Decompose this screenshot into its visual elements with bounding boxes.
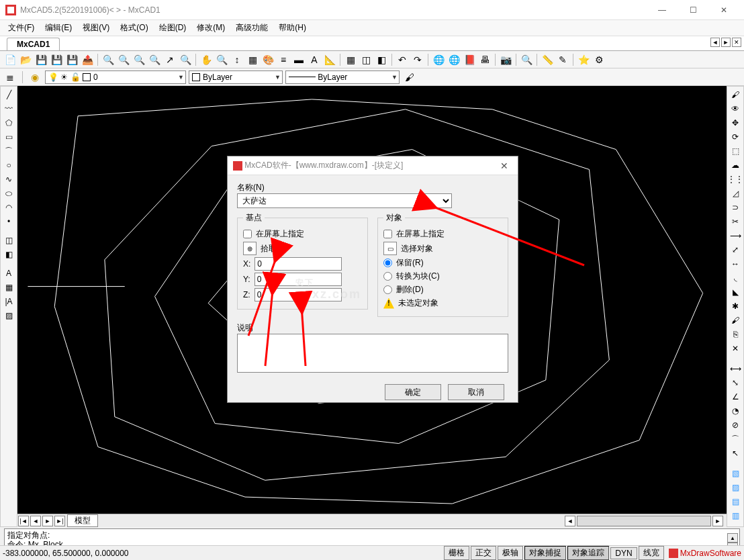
stretch-icon[interactable]: ↔ [728,257,743,271]
extend-icon[interactable]: ⟶ [728,229,743,242]
toggle-lw[interactable]: 线宽 [639,546,664,560]
textstyle-icon[interactable]: A [307,52,322,67]
explode-icon[interactable]: ✱ [728,299,743,313]
menu-modify[interactable]: 修改(M) [193,21,229,35]
color-combo[interactable]: ByLayer ▼ [189,71,283,84]
toggle-osnap[interactable]: 对象捕捉 [524,546,566,560]
obj-onscreen-checkbox[interactable] [383,230,392,238]
text-icon[interactable]: A [1,267,16,280]
new-icon[interactable]: 📄 [3,52,17,67]
toggle-otrack[interactable]: 对象追踪 [567,546,609,560]
dimstyle-icon[interactable]: 📐 [322,52,337,67]
dialog-close-icon[interactable]: ✕ [496,159,512,173]
insert-block-icon[interactable]: ◫ [1,234,16,247]
dim-linear-icon[interactable]: ⟷ [728,362,743,375]
regen-icon[interactable]: ↕ [230,52,244,67]
hatch2-icon[interactable]: ▨ [1,309,16,322]
dim-dia-icon[interactable]: ⊘ [728,418,743,432]
saveas-icon[interactable]: 💾 [49,52,64,67]
tab-close-icon[interactable]: ✕ [732,38,741,47]
minimize-button[interactable]: — [647,1,677,19]
toggle-polar[interactable]: 极轴 [498,546,523,560]
dim-aligned-icon[interactable]: ⤡ [728,376,743,389]
redo-icon[interactable]: ↷ [410,52,425,67]
tab-last-icon[interactable]: ►| [54,516,65,526]
zoom-extents-icon[interactable]: ↗ [162,52,177,67]
doc-tab-active[interactable]: MxCAD1 [7,38,60,50]
pdf-icon[interactable]: 📕 [462,52,477,67]
layer-state-icon[interactable]: ◉ [28,70,42,85]
layer-combo[interactable]: 💡 ☀ 🔓 0 ▼ [45,71,186,84]
tab-first-icon[interactable]: |◄ [18,516,29,526]
block-icon[interactable]: ◫ [359,52,373,67]
description-textarea[interactable] [237,334,508,373]
x-input[interactable] [254,257,342,271]
dim-radius-icon[interactable]: ◔ [728,404,743,418]
print-icon[interactable]: 🖶 [477,52,492,67]
fillet-icon[interactable]: ◟ [728,271,743,285]
tab-scroll-right-icon[interactable]: ► [721,38,731,47]
ellipse-icon[interactable]: ⬭ [1,187,16,200]
measure-icon[interactable]: 📏 [540,52,555,67]
select-objects-icon[interactable]: ▭ [383,242,397,255]
line-icon[interactable]: ╱ [1,88,16,101]
toggle-ortho[interactable]: 正交 [471,546,496,560]
tab-scroll-left-icon[interactable]: ◄ [710,38,720,47]
polygon-icon[interactable]: ⬠ [1,116,16,130]
edit-icon[interactable]: ✎ [555,52,570,67]
delete-radio[interactable] [383,285,392,294]
leader-icon[interactable]: ↖ [728,447,743,460]
circle-icon[interactable]: ○ [1,158,16,172]
toggle-grid[interactable]: 栅格 [444,546,469,560]
cmd-scroll-up-icon[interactable]: ▲ [727,533,738,543]
layer1-icon[interactable]: ▧ [728,467,743,480]
paint2-icon[interactable]: 🖌 [728,314,743,327]
mtext-icon[interactable]: |A [1,295,16,308]
zoomin-icon[interactable]: 🔍 [116,52,131,67]
paint-icon[interactable]: 🖌 [728,88,743,101]
layers-icon[interactable]: ≣ [3,70,17,85]
web-icon[interactable]: 🌐 [431,52,446,67]
make-block-icon[interactable]: ◧ [1,248,16,261]
hscroll-right-icon[interactable]: ► [712,516,723,526]
menu-format[interactable]: 格式(O) [116,21,152,35]
table-icon[interactable]: ▦ [1,281,16,294]
hscroll-left-icon[interactable]: ◄ [565,516,575,526]
arc-icon[interactable]: ⌒ [1,144,16,158]
toggle-dyn[interactable]: DYN [610,547,637,559]
color-icon[interactable]: 🎨 [261,52,275,67]
scale-icon[interactable]: ⤢ [728,243,743,256]
zoomout-icon[interactable]: 🔍 [132,52,146,67]
ok-button[interactable]: 确定 [385,384,441,400]
save-icon[interactable]: 💾 [34,52,48,67]
trim-icon[interactable]: ✂ [728,215,743,228]
menu-view[interactable]: 视图(V) [79,21,113,35]
keep-radio[interactable] [383,259,392,267]
zoom-realtime-icon[interactable]: 🔍 [178,52,193,67]
pan-icon[interactable]: ✋ [199,52,214,67]
saveall-icon[interactable]: 💾 [64,52,79,67]
model-tab[interactable]: 模型 [67,514,98,527]
hatch-icon[interactable]: ▦ [343,52,358,67]
settings-icon[interactable]: ⚙ [592,52,606,67]
dim-arc-icon[interactable]: ⌒ [728,432,743,446]
dialog-titlebar[interactable]: MxCAD软件-【www.mxdraw.com】-[块定义] ✕ [228,156,518,175]
layer-icon[interactable]: ▦ [245,52,260,67]
menu-edit[interactable]: 编辑(E) [41,21,76,35]
spline-icon[interactable]: ∿ [1,173,16,186]
copy-icon[interactable]: ⎘ [728,328,743,341]
pick-point-icon[interactable]: ⊕ [243,242,257,255]
zoom-prev-icon[interactable]: 🔍 [214,52,229,67]
dim-angular-icon[interactable]: ∠ [728,390,743,404]
convert-radio[interactable] [383,272,392,281]
open-icon[interactable]: 📂 [18,52,33,67]
lineweight-icon[interactable]: ▬ [291,52,306,67]
rotate-icon[interactable]: ⟳ [728,130,743,144]
zoom-window-icon[interactable]: 🔍 [147,52,162,67]
layer2-icon[interactable]: ▨ [728,481,743,494]
array-icon[interactable]: ⋮⋮ [728,173,743,186]
menu-file[interactable]: 文件(F) [4,21,38,35]
undo-icon[interactable]: ↶ [395,52,410,67]
block-name-select[interactable]: 大萨达 [237,193,452,208]
chamfer-icon[interactable]: ◣ [728,285,743,299]
